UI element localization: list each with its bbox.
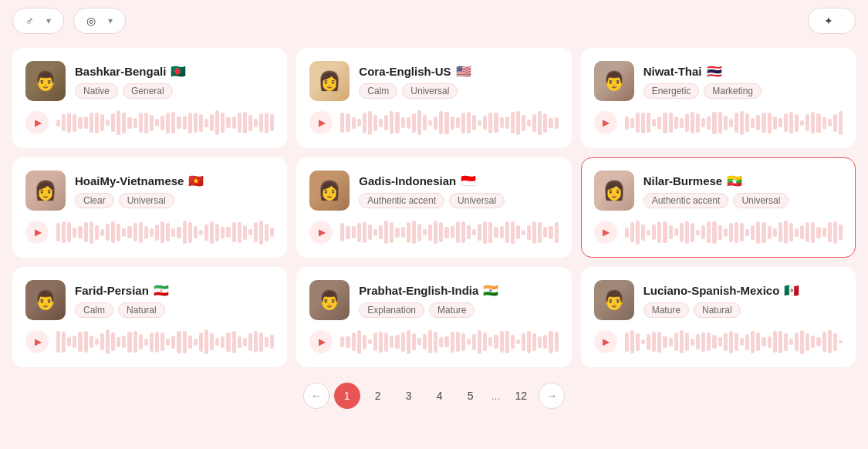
wave-bar: [696, 334, 700, 349]
wave-bar: [784, 113, 788, 132]
play-button[interactable]: ▶: [25, 221, 49, 244]
wave-bar: [139, 222, 143, 243]
wave-bar: [155, 224, 159, 241]
wave-bar: [346, 113, 350, 132]
prev-page-btn[interactable]: ←: [303, 383, 329, 409]
wave-bar: [395, 228, 399, 238]
wave-bar: [238, 222, 241, 243]
wave-bar: [215, 338, 219, 346]
tags: ClearUniversal: [75, 193, 274, 208]
tag: Natural: [118, 302, 165, 318]
wave-bar: [532, 333, 536, 351]
wave-bar: [221, 227, 225, 238]
wave-bar: [784, 221, 788, 244]
waveform: [625, 110, 843, 135]
wave-bar: [647, 113, 650, 133]
play-button[interactable]: ▶: [25, 330, 49, 353]
wave-bar: [133, 118, 137, 128]
voice-name: Niwat-Thai: [643, 65, 702, 78]
name-row: Nilar-Burmese 🇲🇲: [643, 174, 843, 188]
wave-bar: [778, 331, 782, 353]
voice-card-bashkar[interactable]: 👨 Bashkar-Bengali 🇧🇩 NativeGeneral ▶: [12, 48, 287, 148]
wave-bar: [488, 113, 492, 133]
play-button[interactable]: ▶: [309, 111, 333, 134]
wave-bar: [456, 332, 460, 352]
wave-bar: [806, 114, 809, 131]
avatar: 👩: [25, 170, 66, 211]
wave-bar: [444, 112, 448, 134]
waveform-row: ▶: [309, 329, 558, 354]
wave-bar: [762, 113, 765, 133]
wave-bar: [412, 221, 416, 244]
wave-bar: [188, 336, 192, 349]
wave-bar: [373, 333, 377, 351]
page-btn-3[interactable]: 3: [396, 383, 422, 409]
wave-bar: [483, 333, 487, 351]
wave-bar: [194, 339, 198, 346]
wave-bar: [768, 336, 772, 348]
page-btn-2[interactable]: 2: [365, 383, 391, 409]
waveform-row: ▶: [594, 220, 843, 245]
play-button[interactable]: ▶: [594, 221, 617, 244]
voice-card-hoaimy[interactable]: 👩 HoaiMy-Vietnamese 🇻🇳 ClearUniversal ▶: [12, 157, 287, 258]
wave-bar: [712, 335, 716, 349]
tag: Natural: [694, 302, 741, 318]
attire-filter-btn[interactable]: ◎ ▾: [73, 8, 126, 34]
name-row: Bashkar-Bengali 🇧🇩: [75, 64, 274, 79]
wave-bar: [62, 221, 66, 243]
waveform-row: ▶: [25, 110, 274, 135]
wave-bar: [204, 224, 208, 241]
waveform-row: ▶: [594, 329, 843, 354]
page-btn-4[interactable]: 4: [427, 383, 453, 409]
wave-bar: [194, 113, 198, 133]
wave-bar: [740, 111, 744, 135]
page-btn-5[interactable]: 5: [458, 383, 484, 409]
voice-card-gadis[interactable]: 👩 Gadis-Indonesian 🇮🇩 Authentic accentUn…: [296, 157, 571, 258]
wave-bar: [215, 110, 219, 135]
wave-bar: [439, 337, 443, 347]
play-button[interactable]: ▶: [25, 111, 49, 134]
play-button[interactable]: ▶: [594, 111, 617, 134]
wave-bar: [384, 333, 388, 352]
page-btn-1[interactable]: 1: [334, 383, 360, 409]
wave-bar: [139, 113, 143, 133]
wave-bar: [789, 339, 793, 345]
voice-card-niwat[interactable]: 👨 Niwat-Thai 🇹🇭 EnergeticMarketing ▶: [581, 48, 856, 148]
wave-bar: [390, 222, 393, 243]
clear-filters-icon: ✦: [824, 15, 833, 27]
avatar: 👩: [309, 61, 350, 101]
clear-filters-btn[interactable]: ✦: [808, 8, 856, 34]
gender-filter-btn[interactable]: ♂ ▾: [12, 8, 64, 34]
page-btn-12[interactable]: 12: [508, 383, 534, 409]
wave-bar: [144, 226, 148, 239]
next-page-btn[interactable]: →: [539, 383, 565, 409]
voice-card-farid[interactable]: 👨 Farid-Persian 🇮🇷 CalmNatural ▶: [12, 267, 287, 367]
wave-bar: [407, 330, 410, 354]
wave-bar: [630, 118, 634, 128]
play-button[interactable]: ▶: [309, 221, 333, 244]
wave-bar: [363, 222, 366, 243]
wave-bar: [494, 227, 498, 238]
wave-bar: [516, 339, 520, 344]
wave-bar: [56, 120, 60, 127]
wave-bar: [368, 339, 372, 344]
name-row: HoaiMy-Vietnamese 🇻🇳: [75, 174, 274, 188]
wave-bar: [417, 110, 421, 135]
voice-card-cora[interactable]: 👩 Cora-English-US 🇺🇸 CalmUniversal ▶: [296, 48, 571, 148]
wave-bar: [444, 336, 448, 347]
wave-bar: [379, 119, 383, 127]
wave-bar: [822, 228, 826, 237]
wave-bar: [238, 336, 241, 348]
wave-bar: [357, 330, 361, 354]
play-button[interactable]: ▶: [309, 330, 333, 353]
wave-bar: [762, 222, 765, 243]
avatar: 👨: [594, 61, 634, 101]
wave-bar: [265, 337, 269, 347]
voice-card-prabhat[interactable]: 👨 Prabhat-English-India 🇮🇳 ExplanationMa…: [296, 267, 571, 367]
voice-card-nilar[interactable]: 👩 Nilar-Burmese 🇲🇲 Authentic accentUnive…: [581, 157, 856, 258]
play-button[interactable]: ▶: [594, 330, 617, 353]
voice-card-luciano[interactable]: 👨 Luciano-Spanish-Mexico 🇲🇽 MatureNatura…: [581, 267, 856, 367]
play-icon: ▶: [319, 227, 326, 238]
wave-bar: [630, 222, 634, 242]
wave-bar: [78, 226, 82, 238]
